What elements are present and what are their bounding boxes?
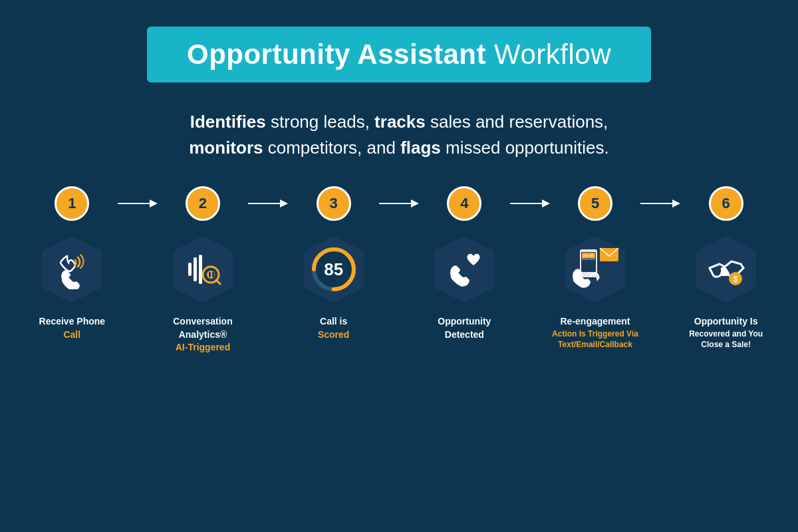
- step-number-2: 2: [186, 186, 220, 221]
- step-label-3: Call is Scored: [318, 315, 349, 341]
- step-icon-2: [166, 233, 239, 306]
- arrow-4: [510, 196, 550, 211]
- arrow-1: [118, 196, 158, 211]
- step-label-4: Opportunity Detected: [438, 315, 491, 341]
- arrow-5: [640, 196, 680, 211]
- step-label-1: Receive Phone Call: [39, 315, 106, 341]
- step-icon-5: 10% OFF BOOK NOW: [555, 233, 635, 306]
- step-5: 5 10% OFF BOOK NOW: [550, 186, 641, 350]
- step-number-3: 3: [317, 186, 351, 221]
- title-light: Workflow: [486, 39, 611, 70]
- step-4: 4 Opportunity Detected: [419, 186, 510, 341]
- svg-marker-21: [542, 200, 550, 207]
- step-number-6: 6: [709, 186, 743, 221]
- subtitle: Identifies strong leads, tracks sales an…: [189, 109, 608, 161]
- step-6: 6 $ Opportunity Is Recovered and YouClos…: [680, 186, 771, 350]
- workflow-container: 1: [0, 186, 798, 354]
- step-label-6: Opportunity Is Recovered and YouClose a …: [689, 315, 763, 350]
- arrow-3: [379, 196, 419, 211]
- step-number-4: 4: [447, 186, 481, 221]
- step-number-1: 1: [55, 186, 89, 221]
- svg-text:BOOK NOW: BOOK NOW: [582, 258, 595, 261]
- svg-rect-4: [188, 263, 192, 276]
- step-2: 2 C: [158, 186, 249, 354]
- step-icon-6: $: [690, 233, 763, 306]
- step-icon-4: [428, 233, 501, 306]
- step-icon-1: [35, 233, 108, 306]
- title-bold: Opportunity Assistant: [187, 39, 486, 70]
- svg-line-11: [216, 280, 220, 284]
- svg-rect-10: [212, 272, 214, 277]
- svg-text:$: $: [733, 275, 737, 284]
- step-label-2: Conversation Analytics® AI-Triggered: [158, 315, 249, 354]
- step-label-5: Re-engagement Action Is Triggered ViaTex…: [552, 315, 638, 350]
- step-number-5: 5: [578, 186, 612, 221]
- svg-marker-18: [411, 200, 419, 207]
- arrow-2: [248, 196, 288, 211]
- svg-text:10% OFF: 10% OFF: [583, 254, 595, 257]
- svg-marker-31: [672, 200, 680, 207]
- step-1: 1: [27, 186, 118, 341]
- svg-marker-2: [150, 200, 158, 207]
- svg-rect-9: [209, 272, 211, 277]
- svg-rect-5: [194, 257, 197, 281]
- title-banner: Opportunity Assistant Workflow: [147, 27, 651, 82]
- svg-marker-13: [280, 200, 288, 207]
- svg-rect-6: [199, 255, 202, 284]
- step-icon-3: 85: [297, 233, 370, 306]
- step-3: 3 85 Call is Scored: [288, 186, 379, 341]
- score-number: 85: [324, 259, 343, 280]
